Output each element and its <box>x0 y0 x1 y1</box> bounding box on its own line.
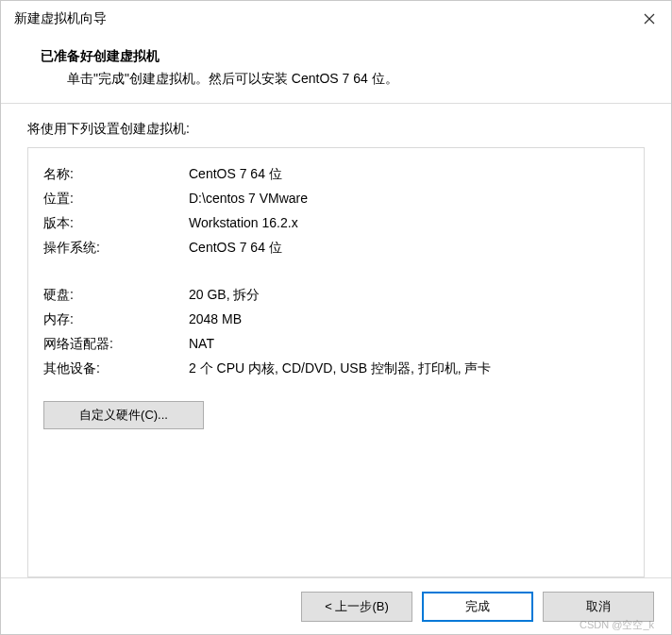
content-area: 将使用下列设置创建虚拟机: 名称: CentOS 7 64 位 位置: D:\c… <box>1 104 671 577</box>
close-button[interactable] <box>628 1 671 37</box>
summary-key: 内存: <box>43 307 189 331</box>
summary-row: 操作系统: CentOS 7 64 位 <box>43 235 629 259</box>
header-subtitle: 单击"完成"创建虚拟机。然后可以安装 CentOS 7 64 位。 <box>67 71 645 88</box>
window-title: 新建虚拟机向导 <box>14 10 628 27</box>
summary-row: 名称: CentOS 7 64 位 <box>43 161 629 186</box>
summary-key: 其他设备: <box>43 356 189 380</box>
summary-key: 操作系统: <box>43 235 189 259</box>
finish-button[interactable]: 完成 <box>422 592 533 622</box>
summary-row: 硬盘: 20 GB, 拆分 <box>43 282 629 307</box>
close-icon <box>644 13 655 25</box>
summary-val: NAT <box>189 331 629 356</box>
summary-val: CentOS 7 64 位 <box>189 161 629 186</box>
summary-val: CentOS 7 64 位 <box>189 235 629 259</box>
summary-key: 网络适配器: <box>43 331 189 356</box>
summary-val: 20 GB, 拆分 <box>189 282 629 307</box>
summary-row: 内存: 2048 MB <box>43 307 629 331</box>
customize-hardware-button[interactable]: 自定义硬件(C)... <box>43 401 204 429</box>
row-gap <box>43 259 629 282</box>
wizard-dialog: 新建虚拟机向导 已准备好创建虚拟机 单击"完成"创建虚拟机。然后可以安装 Cen… <box>0 0 672 635</box>
settings-summary-box: 名称: CentOS 7 64 位 位置: D:\centos 7 VMware… <box>27 147 645 577</box>
summary-key: 位置: <box>43 186 189 210</box>
summary-val: 2 个 CPU 内核, CD/DVD, USB 控制器, 打印机, 声卡 <box>189 356 629 380</box>
cancel-button[interactable]: 取消 <box>543 592 654 622</box>
summary-val: D:\centos 7 VMware <box>189 186 629 210</box>
summary-val: 2048 MB <box>189 307 629 331</box>
back-button[interactable]: < 上一步(B) <box>301 592 412 622</box>
summary-key: 硬盘: <box>43 282 189 307</box>
dialog-footer: < 上一步(B) 完成 取消 CSDN @空空_k <box>1 577 671 634</box>
summary-row: 网络适配器: NAT <box>43 331 629 356</box>
header-title: 已准备好创建虚拟机 <box>41 48 645 65</box>
summary-row: 位置: D:\centos 7 VMware <box>43 186 629 210</box>
summary-key: 名称: <box>43 161 189 186</box>
titlebar: 新建虚拟机向导 <box>1 1 671 37</box>
summary-key: 版本: <box>43 210 189 235</box>
summary-row: 其他设备: 2 个 CPU 内核, CD/DVD, USB 控制器, 打印机, … <box>43 356 629 380</box>
settings-label: 将使用下列设置创建虚拟机: <box>27 121 645 138</box>
customize-row: 自定义硬件(C)... <box>43 401 629 429</box>
wizard-header: 已准备好创建虚拟机 单击"完成"创建虚拟机。然后可以安装 CentOS 7 64… <box>1 37 671 103</box>
summary-val: Workstation 16.2.x <box>189 210 629 235</box>
summary-row: 版本: Workstation 16.2.x <box>43 210 629 235</box>
